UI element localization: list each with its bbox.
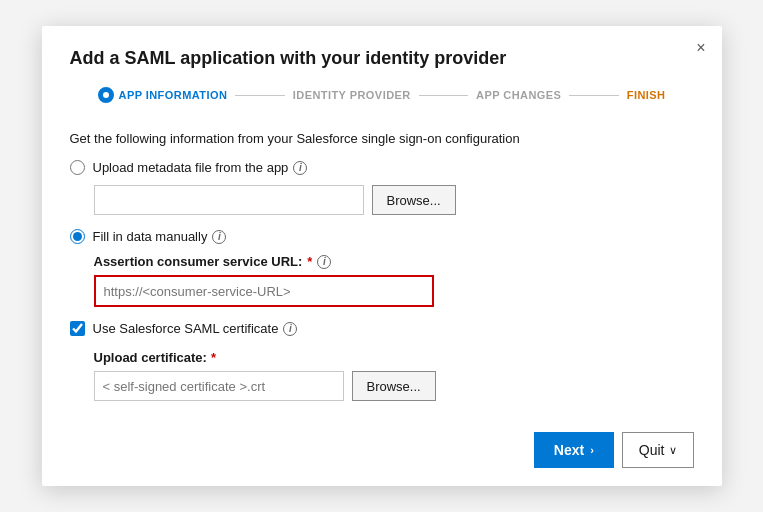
next-button[interactable]: Next › [534, 432, 614, 468]
upload-metadata-text: Upload metadata file from the app [93, 160, 289, 175]
assertion-section: Assertion consumer service URL: * i [94, 254, 694, 307]
cert-file-input[interactable] [94, 371, 344, 401]
assertion-info-icon: i [317, 255, 331, 269]
saml-dialog: × Add a SAML application with your ident… [42, 26, 722, 486]
upload-cert-label-text: Upload certificate: [94, 350, 207, 365]
dialog-header: Add a SAML application with your identit… [42, 26, 722, 131]
upload-metadata-label: Upload metadata file from the app i [93, 160, 308, 175]
fill-manually-label: Fill in data manually i [93, 229, 227, 244]
next-chevron-icon: › [590, 444, 594, 456]
quit-button[interactable]: Quit ∨ [622, 432, 694, 468]
assertion-url-input[interactable] [94, 275, 434, 307]
steps-bar: APP INFORMATION IDENTITY PROVIDER APP CH… [70, 87, 694, 119]
step-line-3 [569, 95, 618, 96]
use-saml-cert-row[interactable]: Use Salesforce SAML certificate i [70, 321, 694, 336]
use-saml-cert-text: Use Salesforce SAML certificate [93, 321, 279, 336]
upload-metadata-info-icon: i [293, 161, 307, 175]
assertion-required-star: * [307, 254, 312, 269]
step-label-app-changes: APP CHANGES [476, 89, 561, 101]
step-label-identity-provider: IDENTITY PROVIDER [293, 89, 411, 101]
file-upload-row: Browse... [94, 185, 694, 215]
step-app-changes[interactable]: APP CHANGES [476, 89, 561, 101]
dialog-footer: Next › Quit ∨ [42, 418, 722, 486]
fill-manually-option[interactable]: Fill in data manually i [70, 229, 694, 244]
assertion-input-wrap [94, 275, 694, 307]
step-label-app-information: APP INFORMATION [119, 89, 228, 101]
cert-browse-button[interactable]: Browse... [352, 371, 436, 401]
quit-chevron-icon: ∨ [669, 444, 677, 457]
step-icon-dot [103, 92, 109, 98]
step-icon-app-information [98, 87, 114, 103]
assertion-label-text: Assertion consumer service URL: [94, 254, 303, 269]
step-line-1 [235, 95, 284, 96]
close-button[interactable]: × [696, 40, 705, 56]
upload-cert-label: Upload certificate: * [94, 350, 694, 365]
upload-cert-row: Browse... [94, 371, 694, 401]
next-label: Next [554, 442, 584, 458]
upload-metadata-option[interactable]: Upload metadata file from the app i [70, 160, 694, 175]
step-identity-provider[interactable]: IDENTITY PROVIDER [293, 89, 411, 101]
step-label-finish: FINISH [627, 89, 666, 101]
metadata-file-input[interactable] [94, 185, 364, 215]
use-saml-cert-checkbox[interactable] [70, 321, 85, 336]
step-line-2 [419, 95, 468, 96]
fill-manually-info-icon: i [212, 230, 226, 244]
saml-cert-info-icon: i [283, 322, 297, 336]
dialog-title: Add a SAML application with your identit… [70, 48, 694, 69]
fill-manually-text: Fill in data manually [93, 229, 208, 244]
quit-label: Quit [639, 442, 665, 458]
step-app-information[interactable]: APP INFORMATION [98, 87, 228, 103]
step-finish[interactable]: FINISH [627, 89, 666, 101]
fill-manually-radio[interactable] [70, 229, 85, 244]
dialog-body: Get the following information from your … [42, 131, 722, 418]
use-saml-cert-label: Use Salesforce SAML certificate i [93, 321, 298, 336]
upload-cert-section: Upload certificate: * Browse... [94, 350, 694, 401]
info-text: Get the following information from your … [70, 131, 694, 146]
metadata-browse-button[interactable]: Browse... [372, 185, 456, 215]
upload-metadata-radio[interactable] [70, 160, 85, 175]
cert-required-star: * [211, 350, 216, 365]
assertion-label: Assertion consumer service URL: * i [94, 254, 694, 269]
